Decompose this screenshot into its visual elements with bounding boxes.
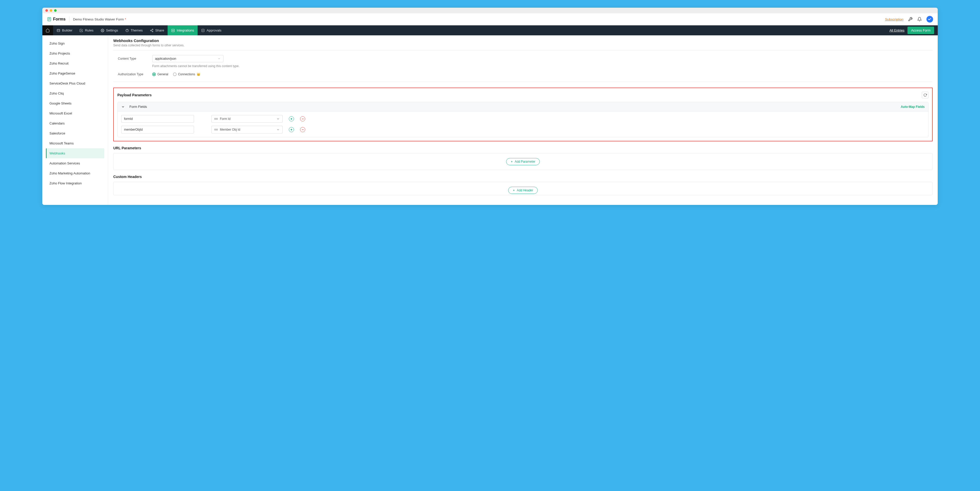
sidebar-item-microsoft-teams[interactable]: Microsoft Teams: [46, 138, 104, 148]
param-key-input[interactable]: [121, 126, 194, 133]
field-icon: [214, 117, 218, 121]
content-type-hint: Form attachments cannot be transferred u…: [152, 64, 932, 68]
add-parameter-button[interactable]: Add Parameter: [506, 158, 540, 165]
minimize-window-button[interactable]: [50, 9, 52, 12]
sidebar-item-google-sheets[interactable]: Google Sheets: [46, 99, 104, 108]
nav-share[interactable]: Share: [146, 25, 168, 35]
approvals-icon: [201, 29, 205, 32]
plus-icon: [512, 189, 515, 192]
add-param-button[interactable]: +: [289, 127, 294, 132]
all-entries-link[interactable]: All Entries: [889, 29, 905, 32]
window-titlebar: [42, 8, 938, 13]
divider: [113, 82, 932, 82]
share-icon: [150, 29, 154, 32]
accordion-label: Form Fields: [129, 105, 147, 109]
param-key-input[interactable]: [121, 115, 194, 123]
svg-point-6: [102, 30, 103, 31]
sidebar-item-salesforce[interactable]: Salesforce: [46, 128, 104, 138]
sidebar-item-servicedesk-plus-cloud[interactable]: ServiceDesk Plus Cloud: [46, 78, 104, 88]
divider: [69, 16, 70, 22]
sidebar-item-zoho-projects[interactable]: Zoho Projects: [46, 48, 104, 59]
url-params-box: Add Parameter: [113, 153, 932, 170]
nav-themes[interactable]: Themes: [122, 25, 146, 35]
sidebar-item-microsoft-excel[interactable]: Microsoft Excel: [46, 108, 104, 118]
svg-rect-18: [215, 129, 216, 130]
content-type-select[interactable]: application/json: [152, 55, 223, 62]
param-row: Member Obj Id + −: [121, 126, 924, 133]
remove-param-button[interactable]: −: [300, 116, 305, 121]
form-title[interactable]: Demo Fitness Studio Waiver Form *: [73, 17, 126, 21]
main-content: Webhooks Configuration Send data collect…: [108, 35, 938, 205]
refresh-icon: [923, 93, 927, 97]
forms-icon: [47, 17, 51, 22]
svg-rect-19: [216, 129, 218, 130]
nav-integrations[interactable]: Integrations: [168, 25, 197, 35]
sidebar-item-calendars[interactable]: Calendars: [46, 118, 104, 128]
field-icon: [214, 128, 218, 131]
svg-rect-4: [57, 29, 60, 32]
refresh-button[interactable]: [922, 92, 929, 99]
add-header-button[interactable]: Add Header: [508, 187, 538, 194]
custom-headers-title: Custom Headers: [113, 175, 932, 179]
nav-approvals[interactable]: Approvals: [197, 25, 225, 35]
nav-settings[interactable]: Settings: [97, 25, 122, 35]
bell-icon[interactable]: [917, 17, 922, 22]
close-window-button[interactable]: [45, 9, 48, 12]
svg-point-11: [152, 31, 153, 32]
content-type-row: Content Type application/json: [113, 51, 932, 62]
nav-rules[interactable]: Rules: [76, 25, 97, 35]
sidebar-item-zoho-pagesense[interactable]: Zoho PageSense: [46, 68, 104, 78]
sidebar-item-zoho-cliq[interactable]: Zoho Cliq: [46, 88, 104, 99]
url-params-section: URL Parameters Add Parameter: [113, 146, 932, 170]
plus-icon: [511, 160, 513, 163]
url-params-title: URL Parameters: [113, 146, 932, 150]
svg-line-13: [151, 29, 152, 30]
unsaved-indicator: *: [125, 17, 126, 21]
svg-rect-16: [215, 118, 216, 120]
add-param-button[interactable]: +: [289, 116, 294, 121]
page-title: Webhooks Configuration: [113, 38, 932, 43]
sidebar-item-zoho-recruit[interactable]: Zoho Recruit: [46, 59, 104, 68]
param-field-select[interactable]: Form Id: [212, 115, 283, 123]
auth-general-radio[interactable]: General: [152, 73, 169, 76]
param-row: Form Id + −: [121, 115, 924, 123]
form-fields-accordion: Form Fields Auto-Map Fields Form Id + −: [118, 102, 929, 137]
sidebar-item-zoho-sign[interactable]: Zoho Sign: [46, 38, 104, 48]
content-type-label: Content Type: [118, 57, 152, 60]
sidebar-item-automation-services[interactable]: Automation Services: [46, 158, 104, 168]
svg-rect-14: [172, 29, 175, 32]
nav-builder[interactable]: Builder: [53, 25, 76, 35]
svg-point-10: [150, 30, 151, 31]
remove-param-button[interactable]: −: [300, 127, 305, 132]
sidebar-item-webhooks[interactable]: Webhooks: [46, 148, 104, 158]
sidebar-item-zoho-marketing-automation[interactable]: Zoho Marketing Automation: [46, 168, 104, 178]
chevron-down-icon: [218, 57, 221, 60]
chevron-down-icon: [276, 128, 280, 131]
svg-point-9: [152, 29, 153, 30]
param-field-select[interactable]: Member Obj Id: [212, 126, 283, 133]
payload-title: Payload Parameters: [118, 93, 152, 97]
auth-connections-radio[interactable]: Connections 👑: [173, 73, 200, 76]
rules-icon: [80, 29, 83, 32]
page-subtitle: Send data collected through forms to oth…: [113, 43, 932, 47]
builder-icon: [57, 29, 60, 32]
maximize-window-button[interactable]: [54, 9, 57, 12]
user-avatar[interactable]: [926, 16, 933, 22]
top-bar: Forms Demo Fitness Studio Waiver Form * …: [42, 13, 938, 25]
app-logo[interactable]: Forms: [47, 17, 65, 22]
home-tab[interactable]: [42, 25, 53, 35]
app-name: Forms: [53, 17, 65, 22]
accordion-header[interactable]: Form Fields Auto-Map Fields: [118, 102, 928, 111]
main-nav: Builder Rules Settings Themes Share Inte…: [42, 25, 938, 35]
svg-rect-17: [216, 118, 218, 120]
custom-headers-box: Add Header: [113, 182, 932, 195]
page-header: Webhooks Configuration Send data collect…: [113, 38, 932, 47]
sidebar-item-zoho-flow-integration[interactable]: Zoho Flow Integration: [46, 178, 104, 188]
tools-icon[interactable]: [908, 17, 913, 22]
themes-icon: [125, 29, 129, 32]
subscription-link[interactable]: Subscription: [885, 17, 904, 21]
access-form-button[interactable]: Access Form: [907, 27, 934, 34]
auto-map-link[interactable]: Auto-Map Fields: [901, 105, 924, 109]
integrations-sidebar: Zoho SignZoho ProjectsZoho RecruitZoho P…: [42, 35, 108, 205]
radio-unchecked-icon: [173, 73, 177, 76]
